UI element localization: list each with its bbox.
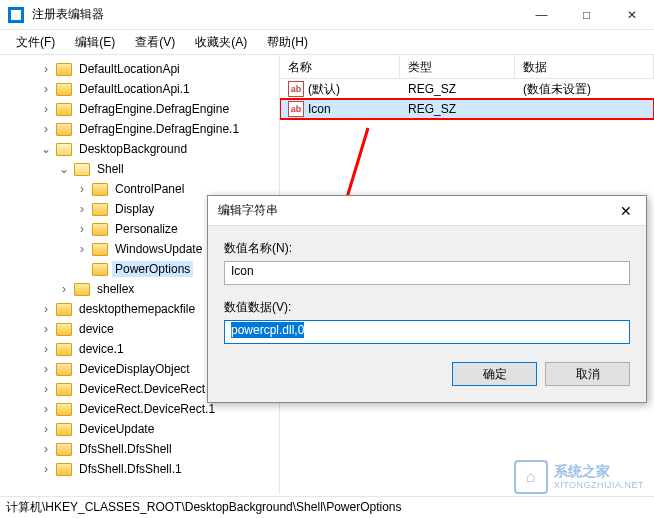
- tree-node-label: Display: [112, 201, 157, 217]
- folder-icon: [56, 443, 72, 456]
- chevron-right-icon[interactable]: ›: [40, 322, 52, 336]
- cell-name: (默认): [308, 81, 340, 98]
- cancel-button[interactable]: 取消: [545, 362, 630, 386]
- folder-icon: [56, 323, 72, 336]
- chevron-right-icon[interactable]: ›: [76, 182, 88, 196]
- chevron-right-icon[interactable]: ›: [58, 282, 70, 296]
- name-field[interactable]: Icon: [224, 261, 630, 285]
- tree-node[interactable]: ›DfsShell.DfsShell.1: [0, 459, 279, 479]
- chevron-right-icon[interactable]: ›: [40, 342, 52, 356]
- window-controls: — □ ✕: [519, 0, 654, 30]
- chevron-right-icon[interactable]: ›: [40, 102, 52, 116]
- tree-node-label: DfsShell.DfsShell: [76, 441, 175, 457]
- folder-icon: [56, 383, 72, 396]
- folder-icon: [74, 163, 90, 176]
- tree-node-label: DefragEngine.DefragEngine.1: [76, 121, 242, 137]
- chevron-right-icon[interactable]: ›: [40, 362, 52, 376]
- chevron-right-icon[interactable]: ›: [40, 82, 52, 96]
- dialog-titlebar: 编辑字符串 ✕: [208, 196, 646, 226]
- maximize-button[interactable]: □: [564, 0, 609, 30]
- close-button[interactable]: ✕: [609, 0, 654, 30]
- list-row[interactable]: IconREG_SZ: [280, 99, 654, 119]
- tree-node-label: DefaultLocationApi.1: [76, 81, 193, 97]
- tree-node-label: ControlPanel: [112, 181, 187, 197]
- chevron-right-icon[interactable]: ›: [76, 242, 88, 256]
- folder-icon: [92, 203, 108, 216]
- tree-node-label: Personalize: [112, 221, 181, 237]
- chevron-right-icon[interactable]: ›: [40, 382, 52, 396]
- menu-favorites[interactable]: 收藏夹(A): [187, 32, 255, 53]
- tree-node[interactable]: ⌄DesktopBackground: [0, 139, 279, 159]
- menu-edit[interactable]: 编辑(E): [67, 32, 123, 53]
- folder-icon: [92, 223, 108, 236]
- col-header-name[interactable]: 名称: [280, 55, 400, 78]
- chevron-right-icon[interactable]: ›: [76, 202, 88, 216]
- folder-icon: [56, 103, 72, 116]
- tree-node[interactable]: ›DefaultLocationApi: [0, 59, 279, 79]
- folder-icon: [92, 183, 108, 196]
- dialog-close-button[interactable]: ✕: [606, 203, 646, 219]
- folder-icon: [92, 263, 108, 276]
- col-header-data[interactable]: 数据: [515, 55, 654, 78]
- tree-node[interactable]: ›DefragEngine.DefragEngine.1: [0, 119, 279, 139]
- titlebar: 注册表编辑器 — □ ✕: [0, 0, 654, 30]
- folder-icon: [56, 363, 72, 376]
- cell-name: Icon: [308, 102, 331, 116]
- folder-icon: [74, 283, 90, 296]
- chevron-right-icon[interactable]: ›: [40, 62, 52, 76]
- chevron-right-icon[interactable]: ›: [40, 302, 52, 316]
- chevron-right-icon[interactable]: ›: [40, 462, 52, 476]
- menu-file[interactable]: 文件(F): [8, 32, 63, 53]
- list-header: 名称 类型 数据: [280, 55, 654, 79]
- cell-data: (数值未设置): [515, 81, 654, 98]
- chevron-down-icon[interactable]: ⌄: [40, 142, 52, 156]
- tree-node-label: DefragEngine.DefragEngine: [76, 101, 232, 117]
- chevron-right-icon[interactable]: ›: [40, 402, 52, 416]
- minimize-button[interactable]: —: [519, 0, 564, 30]
- folder-icon: [56, 403, 72, 416]
- tree-node-label: DeviceRect.DeviceRect.1: [76, 401, 218, 417]
- cell-type: REG_SZ: [400, 102, 515, 116]
- tree-node[interactable]: ⌄Shell: [0, 159, 279, 179]
- chevron-down-icon[interactable]: ⌄: [58, 162, 70, 176]
- folder-icon: [56, 63, 72, 76]
- menu-view[interactable]: 查看(V): [127, 32, 183, 53]
- folder-icon: [56, 463, 72, 476]
- data-field[interactable]: powercpl.dll,0: [224, 320, 630, 344]
- watermark: ⌂ 系统之家 XITONGZHIJIA.NET: [514, 460, 644, 494]
- tree-node-label: shellex: [94, 281, 137, 297]
- chevron-right-icon[interactable]: ›: [40, 122, 52, 136]
- chevron-right-icon[interactable]: ›: [76, 222, 88, 236]
- folder-icon: [56, 143, 72, 156]
- menubar: 文件(F) 编辑(E) 查看(V) 收藏夹(A) 帮助(H): [0, 30, 654, 54]
- ok-button[interactable]: 确定: [452, 362, 537, 386]
- chevron-right-icon[interactable]: ›: [40, 442, 52, 456]
- tree-node[interactable]: ›DeviceUpdate: [0, 419, 279, 439]
- folder-icon: [92, 243, 108, 256]
- tree-node[interactable]: ›DefaultLocationApi.1: [0, 79, 279, 99]
- list-row[interactable]: (默认)REG_SZ(数值未设置): [280, 79, 654, 99]
- menu-help[interactable]: 帮助(H): [259, 32, 316, 53]
- tree-node-label: device.1: [76, 341, 127, 357]
- tree-node-label: device: [76, 321, 117, 337]
- folder-icon: [56, 423, 72, 436]
- tree-node-label: PowerOptions: [112, 261, 193, 277]
- col-header-type[interactable]: 类型: [400, 55, 515, 78]
- data-label: 数值数据(V):: [224, 299, 630, 316]
- chevron-right-icon[interactable]: ›: [40, 422, 52, 436]
- name-label: 数值名称(N):: [224, 240, 630, 257]
- watermark-icon: ⌂: [514, 460, 548, 494]
- watermark-en: XITONGZHIJIA.NET: [554, 480, 644, 491]
- pathbar: 计算机\HKEY_CLASSES_ROOT\DesktopBackground\…: [0, 496, 654, 518]
- folder-icon: [56, 123, 72, 136]
- watermark-cn: 系统之家: [554, 463, 644, 480]
- reg-string-icon: [288, 81, 304, 97]
- tree-node-label: DeviceUpdate: [76, 421, 157, 437]
- tree-node[interactable]: ›DfsShell.DfsShell: [0, 439, 279, 459]
- app-icon: [8, 7, 24, 23]
- tree-node-label: DefaultLocationApi: [76, 61, 183, 77]
- folder-icon: [56, 343, 72, 356]
- edit-string-dialog: 编辑字符串 ✕ 数值名称(N): Icon 数值数据(V): powercpl.…: [207, 195, 647, 403]
- tree-node[interactable]: ›DefragEngine.DefragEngine: [0, 99, 279, 119]
- dialog-buttons: 确定 取消: [224, 362, 630, 386]
